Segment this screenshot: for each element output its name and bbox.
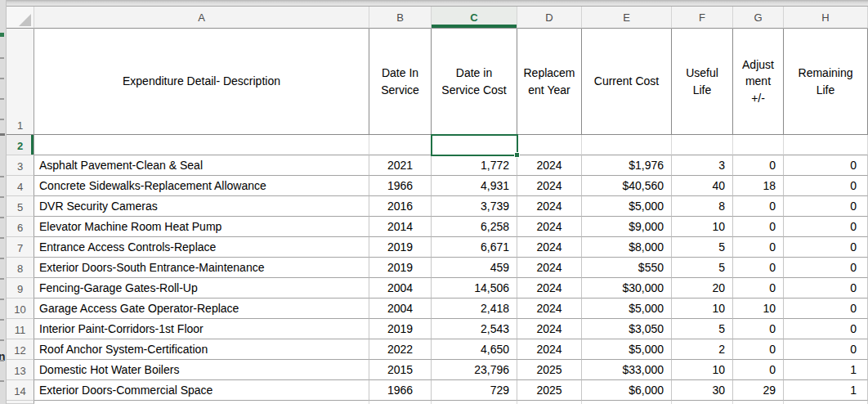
cell-d2[interactable]	[517, 135, 582, 155]
cell-remaining-life[interactable]: 0	[784, 196, 868, 217]
cell-date-in-service[interactable]: 2019	[369, 237, 432, 258]
cell-description[interactable]: Interior Paint-Corridors-1st Floor	[34, 319, 369, 339]
cell-remaining-life[interactable]: 0	[784, 319, 868, 339]
cell-d15[interactable]	[517, 401, 582, 404]
cell-replacement-year[interactable]: 2024	[517, 319, 582, 339]
row-header[interactable]: 9	[7, 278, 34, 299]
cell-b2[interactable]	[369, 135, 432, 155]
row-header[interactable]: 7	[7, 237, 34, 258]
cell-description[interactable]: Concrete Sidewalks-Replacement Allowance	[34, 176, 369, 196]
cell-remaining-life[interactable]: 1	[784, 360, 868, 380]
cell-h1-remaining-life-header[interactable]: Remaining Life	[784, 29, 868, 135]
cell-useful-life[interactable]: 8	[672, 196, 733, 217]
row-header[interactable]: 11	[7, 319, 34, 339]
cell-date-in-service[interactable]: 2022	[369, 339, 432, 360]
cell-remaining-life[interactable]: 0	[784, 339, 868, 360]
cell-c15[interactable]	[432, 401, 517, 404]
column-header-g[interactable]: G	[733, 7, 784, 29]
cell-replacement-year[interactable]: 2025	[517, 360, 582, 380]
column-header-h[interactable]: H	[784, 7, 868, 29]
cell-description[interactable]: Exterior Doors-South Entrance-Maintenanc…	[34, 258, 369, 278]
cell-replacement-year[interactable]: 2024	[517, 217, 582, 237]
cell-date-in-service-cost[interactable]: 2,543	[432, 319, 517, 339]
column-header-e[interactable]: E	[582, 7, 672, 29]
cell-useful-life[interactable]: 5	[672, 237, 733, 258]
column-header-b[interactable]: B	[369, 7, 432, 29]
cell-current-cost[interactable]: $3,050	[582, 319, 672, 339]
cell-adjustment[interactable]: 0	[733, 319, 784, 339]
cell-e2[interactable]	[582, 135, 672, 155]
cell-date-in-service-cost[interactable]: 6,258	[432, 217, 517, 237]
cell-current-cost[interactable]: $6,000	[582, 380, 672, 401]
column-header-a[interactable]: A	[34, 7, 369, 29]
cell-date-in-service-cost[interactable]: 2,418	[432, 299, 517, 319]
row-header[interactable]: 10	[7, 299, 34, 319]
cell-current-cost[interactable]: $40,560	[582, 176, 672, 196]
cell-useful-life[interactable]: 10	[672, 217, 733, 237]
cell-b1-date-in-service-header[interactable]: Date In Service	[369, 29, 432, 135]
cell-date-in-service-cost[interactable]: 14,506	[432, 278, 517, 299]
cell-useful-life[interactable]: 10	[672, 299, 733, 319]
cell-current-cost[interactable]: $550	[582, 258, 672, 278]
cell-current-cost[interactable]: $33,000	[582, 360, 672, 380]
cell-adjustment[interactable]: 29	[733, 380, 784, 401]
row-header-1[interactable]: 1	[7, 29, 34, 135]
cell-replacement-year[interactable]: 2025	[517, 380, 582, 401]
cell-remaining-life[interactable]: 1	[784, 380, 868, 401]
row-header[interactable]: 14	[7, 380, 34, 401]
cell-current-cost[interactable]: $5,000	[582, 339, 672, 360]
cell-remaining-life[interactable]: 0	[784, 278, 868, 299]
cell-useful-life[interactable]: 5	[672, 319, 733, 339]
cell-remaining-life[interactable]: 0	[784, 258, 868, 278]
cell-f2[interactable]	[672, 135, 733, 155]
cell-description[interactable]: Fencing-Garage Gates-Roll-Up	[34, 278, 369, 299]
cell-adjustment[interactable]: 0	[733, 339, 784, 360]
cell-remaining-life[interactable]: 0	[784, 299, 868, 319]
cell-useful-life[interactable]: 10	[672, 360, 733, 380]
cell-date-in-service[interactable]: 2004	[369, 299, 432, 319]
cell-useful-life[interactable]: 3	[672, 155, 733, 176]
cell-date-in-service-cost[interactable]: 4,650	[432, 339, 517, 360]
cell-date-in-service-cost[interactable]: 6,671	[432, 237, 517, 258]
cell-replacement-year[interactable]: 2024	[517, 258, 582, 278]
cell-date-in-service-cost[interactable]: 459	[432, 258, 517, 278]
cell-g1-adjustment-header[interactable]: Adjust ment +/-	[733, 29, 784, 135]
cell-replacement-year[interactable]: 2024	[517, 339, 582, 360]
cell-date-in-service[interactable]: 2004	[369, 278, 432, 299]
cell-adjustment[interactable]: 0	[733, 237, 784, 258]
cell-e1-current-cost-header[interactable]: Current Cost	[582, 29, 672, 135]
cell-description[interactable]: Elevator Machine Room Heat Pump	[34, 217, 369, 237]
cell-date-in-service[interactable]: 1966	[369, 380, 432, 401]
cell-useful-life[interactable]: 2	[672, 339, 733, 360]
cell-f1-useful-life-header[interactable]: Useful Life	[672, 29, 733, 135]
cell-description[interactable]: Entrance Access Controls-Replace	[34, 237, 369, 258]
cell-current-cost[interactable]: $9,000	[582, 217, 672, 237]
cell-a1-description-header[interactable]: Expenditure Detail- Description	[34, 29, 369, 135]
cell-description[interactable]: Exterior Doors-Commercial Space	[34, 380, 369, 401]
cell-current-cost[interactable]: $8,000	[582, 237, 672, 258]
cell-date-in-service[interactable]: 1966	[369, 176, 432, 196]
cell-date-in-service[interactable]: 2014	[369, 217, 432, 237]
column-header-d[interactable]: D	[517, 7, 582, 29]
cell-description[interactable]: Domestic Hot Water Boilers	[34, 360, 369, 380]
cell-date-in-service-cost[interactable]: 3,739	[432, 196, 517, 217]
fill-handle[interactable]	[514, 152, 520, 158]
cell-a15[interactable]	[34, 401, 369, 404]
cell-adjustment[interactable]: 18	[733, 176, 784, 196]
cell-replacement-year[interactable]: 2024	[517, 237, 582, 258]
cell-g15[interactable]	[733, 401, 784, 404]
cell-remaining-life[interactable]: 0	[784, 176, 868, 196]
cell-current-cost[interactable]: $1,976	[582, 155, 672, 176]
cell-current-cost[interactable]: $30,000	[582, 278, 672, 299]
cell-useful-life[interactable]: 5	[672, 258, 733, 278]
cell-a2[interactable]	[34, 135, 369, 155]
row-header-2-selected[interactable]: 2	[7, 135, 34, 155]
cell-date-in-service-cost[interactable]: 23,796	[432, 360, 517, 380]
cell-adjustment[interactable]: 10	[733, 299, 784, 319]
cell-c1-date-in-service-cost-header[interactable]: Date in Service Cost	[432, 29, 517, 135]
row-header[interactable]: 13	[7, 360, 34, 380]
select-all-button[interactable]	[7, 7, 34, 29]
cell-adjustment[interactable]: 0	[733, 217, 784, 237]
cell-date-in-service-cost[interactable]: 1,772	[432, 155, 517, 176]
cell-description[interactable]: Asphalt Pavement-Clean & Seal	[34, 155, 369, 176]
